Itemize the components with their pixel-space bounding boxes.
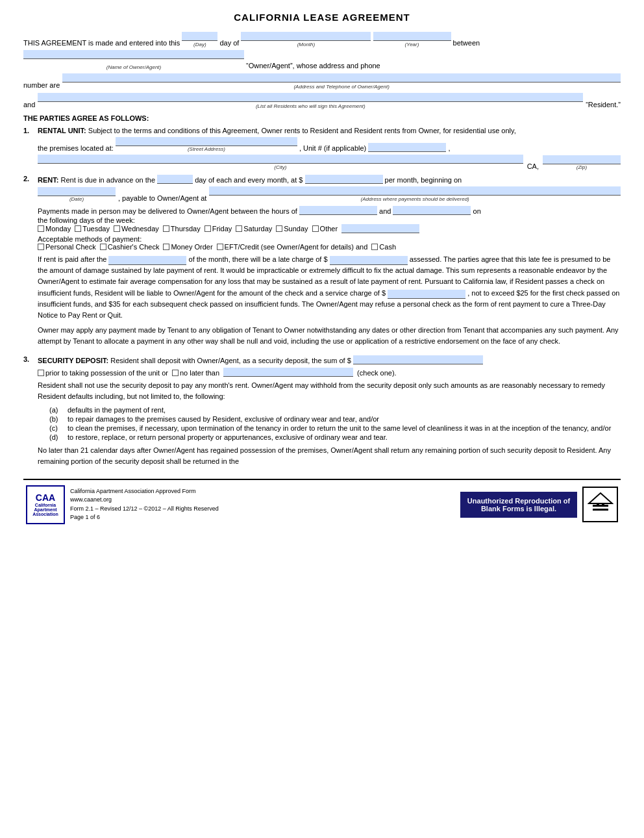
personal-check-checkbox[interactable]: Personal Check: [38, 243, 96, 251]
zip-field[interactable]: [543, 155, 621, 164]
wednesday-checkbox[interactable]: Wednesday: [114, 225, 159, 233]
hours-to-field[interactable]: [393, 206, 471, 215]
intro-line1-text: THIS AGREEMENT is made and entered into …: [23, 39, 180, 47]
rent-amount-field[interactable]: [305, 175, 383, 184]
late-day-field[interactable]: [108, 256, 186, 265]
page-container: CALIFORNIA LEASE AGREEMENT THIS AGREEMEN…: [10, 0, 634, 529]
number-pre: number are: [23, 80, 60, 92]
tuesday-checkbox[interactable]: Tuesday: [75, 225, 110, 233]
check-one-text: (check one).: [357, 369, 397, 377]
prior-checkbox[interactable]: prior to taking possession of the unit o…: [38, 369, 168, 377]
days-text: the following days of the week:: [38, 216, 135, 224]
no-later-21-paragraph: No later than 21 calendar days after Own…: [38, 445, 621, 467]
between-text: between: [453, 39, 480, 47]
payment-address-field[interactable]: [209, 186, 621, 196]
premises-pre: the premises located at:: [38, 144, 114, 152]
list-a-text: defaults in the payment of rent,: [68, 406, 166, 414]
footer-warning: Unauthorized Reproduction of Blank Forms…: [460, 492, 577, 518]
cashiers-check-chk[interactable]: [100, 244, 106, 250]
month-field[interactable]: [241, 32, 371, 41]
cashiers-check-label: Cashier's Check: [108, 243, 160, 251]
section1-content: RENTAL UNIT: Subject to the terms and co…: [38, 127, 621, 170]
list-item-b: (b) to repair damages to the premises ca…: [49, 415, 621, 423]
footer: CAA California Apartment Association Cal…: [23, 479, 621, 529]
owner-field[interactable]: [23, 50, 244, 59]
thursday-chk[interactable]: [163, 225, 169, 232]
no-later-21-text: No later than 21 calendar days after Own…: [38, 446, 611, 465]
security-list: (a) defaults in the payment of rent, (b)…: [49, 406, 621, 441]
and-text: and: [379, 207, 391, 215]
street-field[interactable]: [116, 137, 297, 146]
footer-page: Page 1 of 6: [70, 513, 455, 522]
sunday-chk[interactable]: [276, 225, 282, 232]
resident-field[interactable]: [38, 93, 583, 102]
monday-chk[interactable]: [38, 225, 44, 232]
sunday-label: Sunday: [284, 225, 308, 233]
parties-agree: THE PARTIES AGREE AS FOLLOWS:: [23, 114, 621, 122]
friday-label: Friday: [212, 225, 232, 233]
no-later-checkbox[interactable]: no later than: [172, 369, 219, 377]
other-field[interactable]: [341, 224, 419, 233]
day-field[interactable]: [182, 32, 217, 41]
sunday-checkbox[interactable]: Sunday: [276, 225, 308, 233]
saturday-chk[interactable]: [236, 225, 242, 232]
no-later-chk[interactable]: [172, 370, 179, 376]
eft-checkbox[interactable]: EFT/Credit (see Owner/Agent for details)…: [217, 243, 368, 251]
money-order-chk[interactable]: [163, 244, 169, 250]
security-deposit-field[interactable]: [353, 355, 483, 364]
svg-rect-3: [597, 503, 599, 505]
year-field[interactable]: [373, 32, 451, 41]
other-checkbox[interactable]: Other: [312, 225, 338, 233]
section2-num: 2.: [23, 175, 38, 350]
friday-chk[interactable]: [204, 225, 211, 232]
wednesday-chk[interactable]: [114, 225, 120, 232]
city-field[interactable]: [38, 155, 523, 164]
footer-website: www.caanet.org: [70, 496, 455, 505]
late-fee-paragraph: If rent is paid after the of the month, …: [38, 254, 621, 320]
address-field[interactable]: [62, 73, 621, 83]
saturday-checkbox[interactable]: Saturday: [236, 225, 272, 233]
tuesday-chk[interactable]: [75, 225, 81, 232]
other-chk[interactable]: [312, 225, 319, 232]
late-text1: If rent is paid after the: [38, 255, 106, 263]
list-a-label: (a): [49, 406, 64, 414]
footer-form: Form 2.1 – Revised 12/12 – ©2012 – All R…: [70, 505, 455, 514]
owner-field-block: (Name of Owner/Agent): [23, 50, 244, 71]
service-charge-field[interactable]: [388, 290, 465, 299]
address-field-block: (Address and Telephone of Owner/Agent): [62, 73, 621, 92]
rent-date-field[interactable]: [38, 187, 116, 196]
monday-checkbox[interactable]: Monday: [38, 225, 71, 233]
tuesday-label: Tuesday: [82, 225, 110, 233]
cashiers-check-checkbox[interactable]: Cashier's Check: [100, 243, 160, 251]
rent-day-field[interactable]: [157, 175, 193, 184]
payable-text: , payable to Owner/Agent at: [118, 194, 206, 202]
money-order-label: Money Order: [171, 243, 212, 251]
prior-chk[interactable]: [38, 370, 44, 376]
rent-date-row: (Date) , payable to Owner/Agent at (Addr…: [38, 186, 621, 202]
section2-text-pre: Rent is due in advance on the: [60, 176, 155, 184]
document-title: CALIFORNIA LEASE AGREEMENT: [23, 12, 621, 23]
wednesday-label: Wednesday: [121, 225, 159, 233]
prior-text: prior to taking possession of the unit o…: [45, 369, 168, 377]
unit-pre: , Unit # (if applicable): [299, 144, 366, 152]
eft-chk[interactable]: [217, 244, 223, 250]
personal-check-chk[interactable]: [38, 244, 44, 250]
section2-text-mid2: per month, beginning on: [385, 176, 462, 184]
payments-text: Payments made in person may be delivered…: [38, 207, 297, 215]
late-amount-field[interactable]: [330, 256, 408, 265]
month-field-block: (Month): [241, 29, 371, 49]
resident-shall-not-paragraph: Resident shall not use the security depo…: [38, 380, 621, 402]
cash-checkbox[interactable]: Cash: [371, 243, 396, 251]
unit-field[interactable]: [368, 143, 446, 152]
no-later-date-field[interactable]: [223, 368, 353, 377]
list-item-c: (c) to clean the premises, if necessary,…: [49, 424, 621, 432]
cash-chk[interactable]: [371, 244, 378, 250]
friday-checkbox[interactable]: Friday: [204, 225, 232, 233]
personal-check-label: Personal Check: [45, 243, 96, 251]
hours-from-field[interactable]: [299, 206, 377, 215]
section3-label: SECURITY DEPOSIT:: [38, 357, 108, 364]
thursday-checkbox[interactable]: Thursday: [163, 225, 201, 233]
svg-rect-4: [602, 503, 604, 505]
money-order-checkbox[interactable]: Money Order: [163, 243, 212, 251]
owner-apply-paragraph: Owner may apply any payment made by Tena…: [38, 325, 621, 347]
